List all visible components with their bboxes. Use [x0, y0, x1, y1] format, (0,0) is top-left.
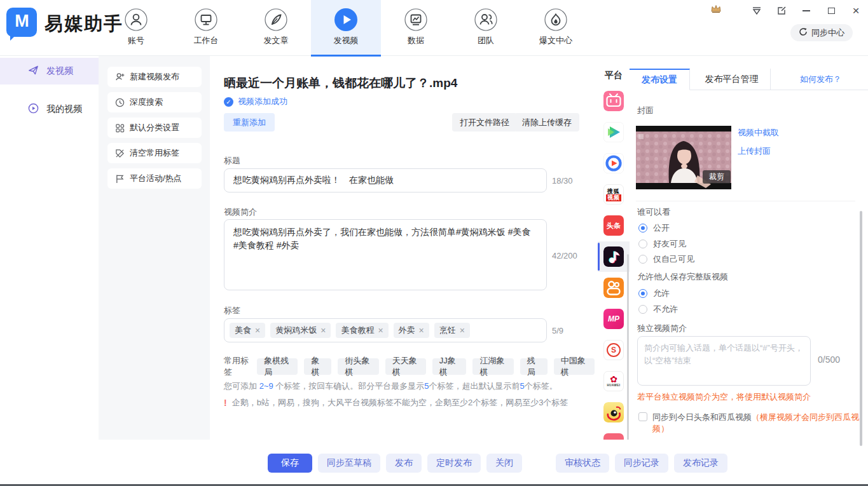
new-video-publish-button[interactable]: 新建视频发布 — [107, 67, 202, 87]
platform-rail-scrollbar[interactable] — [627, 254, 629, 445]
publish-settings-panel: 发布设置 发布平台管理 如何发布？ 封面 — [630, 56, 868, 448]
platform-icon-kuaishou[interactable] — [603, 278, 624, 298]
radio-disallow-save[interactable]: 不允许 — [638, 304, 678, 315]
platform-icon-huawei[interactable]: ✿ HUAWEI — [603, 371, 624, 391]
deep-search-button[interactable]: 深度搜索 — [107, 92, 202, 112]
save-button[interactable]: 保存 — [268, 454, 312, 473]
close-button[interactable]: 关闭 — [486, 454, 522, 473]
tag-text: 外卖 — [399, 325, 415, 336]
common-tag[interactable]: 街头象棋 — [338, 358, 378, 375]
maximize-icon[interactable] — [825, 5, 837, 17]
sidebar-item-my-videos[interactable]: 我的视频 — [0, 96, 99, 123]
upload-cover-link[interactable]: 上传封面 — [738, 145, 771, 157]
nav-label: 发视频 — [334, 35, 359, 46]
common-tag[interactable]: 江湖象棋 — [472, 358, 513, 375]
minimize-to-tray-icon[interactable] — [751, 5, 762, 17]
tag-remove-icon[interactable]: × — [419, 325, 424, 335]
cover-thumbnail[interactable]: 裁剪 — [636, 126, 731, 189]
huawei-flower-icon: ✿ — [610, 375, 617, 384]
platform-activity-button[interactable]: 平台活动/热点 — [107, 168, 202, 189]
tags-counter: 5/9 — [552, 326, 563, 335]
action-label: 新建视频发布 — [130, 71, 179, 83]
platform-icon-weibo[interactable] — [603, 402, 624, 422]
common-tag[interactable]: 天天象棋 — [385, 358, 426, 375]
platform-icon-sohu-video[interactable]: 搜狐 视频 — [603, 184, 624, 205]
clear-upload-cache-button[interactable]: 清除上传缓存 — [514, 113, 579, 132]
sync-center-button[interactable]: 同步中心 — [790, 24, 853, 41]
how-to-publish-link[interactable]: 如何发布？ — [800, 74, 841, 85]
sync-to-draft-button[interactable]: 同步至草稿 — [318, 454, 380, 473]
platform-icon-bilibili[interactable] — [603, 91, 624, 111]
checkbox-icon — [638, 412, 647, 421]
radio-public[interactable]: 公开 — [638, 222, 670, 234]
radio-allow-save[interactable]: 允许 — [638, 288, 670, 299]
description-textarea[interactable]: 想吃黄焖鸡别再点外卖了，我们在家也能做，方法很简单#黄焖鸡米饭 #美食 #美食教… — [224, 219, 547, 290]
nav-item-hot-center[interactable]: 爆文中心 — [521, 0, 591, 56]
settings-panel-scrollbar[interactable] — [860, 211, 862, 446]
tag-remove-icon[interactable]: × — [460, 325, 465, 335]
nav-item-workbench[interactable]: 工作台 — [171, 0, 241, 56]
tags-label: 标签 — [224, 305, 240, 316]
platform-icon-sogou[interactable]: S — [603, 340, 624, 360]
sidebar-item-publish-video[interactable]: 发视频 — [0, 58, 99, 84]
radio-label: 好友可见 — [653, 238, 686, 250]
common-tag[interactable]: 象棋 — [304, 358, 331, 375]
exclamation-icon: ! — [224, 398, 227, 408]
publish-button[interactable]: 发布 — [386, 454, 422, 473]
platform-icon-douyin[interactable] — [603, 246, 624, 267]
footer-record-actions: 审核状态 同步记录 发布记录 — [556, 454, 727, 473]
clear-common-tags-button[interactable]: 清空常用标签 — [107, 143, 202, 163]
common-tag[interactable]: 象棋残局 — [257, 358, 298, 375]
play-video-icon — [334, 8, 357, 31]
radio-private[interactable]: 仅自己可见 — [638, 253, 694, 265]
platform-icon-tencent-video[interactable] — [603, 122, 624, 142]
platform-icon-haokan-video[interactable] — [603, 153, 624, 173]
membership-crown-icon[interactable] — [710, 4, 722, 16]
capture-from-video-link[interactable]: 视频中截取 — [738, 127, 779, 138]
minimize-icon[interactable] — [801, 5, 812, 17]
nav-item-team[interactable]: 团队 — [451, 0, 521, 56]
screenshot-icon[interactable] — [776, 5, 787, 17]
common-tag[interactable]: 残局 — [520, 358, 548, 375]
radio-icon — [638, 305, 647, 314]
tag-text: 烹饪 — [439, 325, 456, 336]
sync-toutiao-checkbox[interactable]: 同步到今日头条和西瓜视频（横屏视频才会同步到西瓜视频） — [638, 412, 861, 435]
nav-item-publish-video[interactable]: 发视频 — [311, 0, 381, 56]
platform-icon-toutiao[interactable]: 头条 — [603, 215, 624, 236]
nav-item-data[interactable]: 数据 — [381, 0, 451, 56]
publish-record-button[interactable]: 发布记录 — [674, 454, 727, 473]
nav-label: 数据 — [408, 35, 424, 46]
sidebar: 发视频 我的视频 — [0, 56, 99, 486]
independent-desc-textarea[interactable] — [637, 336, 811, 386]
tab-publish-settings[interactable]: 发布设置 — [630, 69, 690, 90]
open-file-path-button[interactable]: 打开文件路径 — [452, 113, 517, 132]
common-tag[interactable]: JJ象棋 — [432, 358, 467, 375]
save-permission-label: 允许他人保存完整版视频 — [637, 271, 728, 283]
radio-label: 仅自己可见 — [653, 253, 694, 265]
crop-button[interactable]: 裁剪 — [703, 170, 731, 184]
tag-text: 美食 — [235, 325, 251, 336]
close-icon[interactable]: × — [850, 5, 862, 17]
independent-desc-label: 独立视频简介 — [637, 323, 687, 334]
tab-platform-management[interactable]: 发布平台管理 — [692, 69, 771, 90]
common-tag[interactable]: 中国象棋 — [554, 358, 595, 375]
action-label: 清空常用标签 — [130, 147, 179, 159]
review-status-button[interactable]: 审核状态 — [556, 454, 609, 473]
nav-item-publish-article[interactable]: 发文章 — [241, 0, 311, 56]
tag-remove-icon[interactable]: × — [255, 325, 260, 335]
huawei-glyph: HUAWEI — [607, 384, 621, 387]
tags-input[interactable]: 美食× 黄焖鸡米饭× 美食教程× 外卖× 烹饪× — [224, 318, 547, 342]
radio-friends-only[interactable]: 好友可见 — [638, 238, 686, 250]
schedule-publish-button[interactable]: 定时发布 — [427, 454, 481, 473]
nav-label: 账号 — [128, 35, 144, 46]
tag-remove-icon[interactable]: × — [320, 325, 326, 335]
title-input[interactable] — [224, 168, 547, 192]
readd-video-button[interactable]: 重新添加 — [224, 113, 275, 132]
default-category-settings-button[interactable]: 默认分类设置 — [107, 118, 202, 138]
sync-record-button[interactable]: 同步记录 — [615, 454, 668, 473]
description-label: 视频简介 — [224, 206, 257, 218]
sidebar-item-label: 我的视频 — [46, 104, 82, 115]
tag-remove-icon[interactable]: × — [378, 325, 383, 335]
platform-icon-meipai[interactable]: MP — [603, 309, 624, 329]
nav-item-account[interactable]: 账号 — [101, 0, 171, 56]
